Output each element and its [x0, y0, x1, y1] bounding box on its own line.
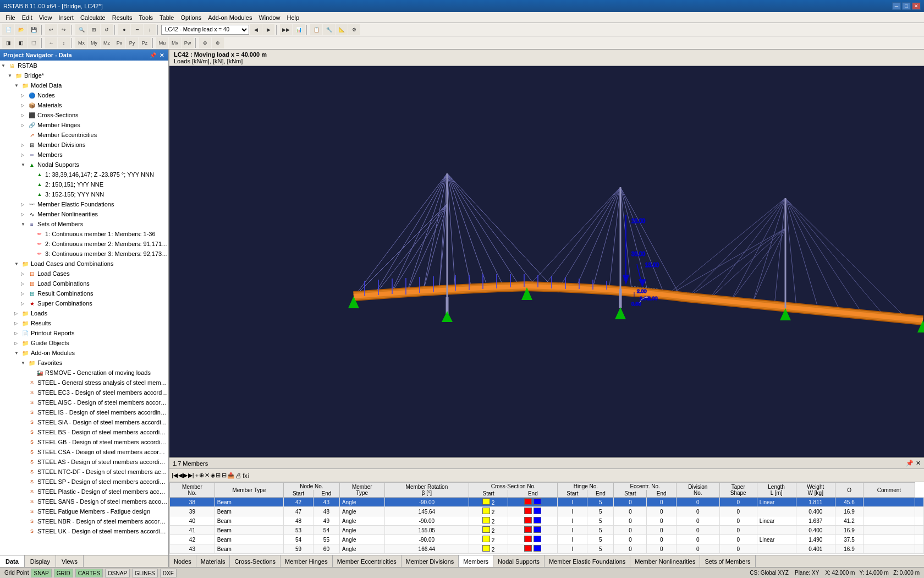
tree-support1[interactable]: ▲ 1: 38,39,146,147; Z -23.875 °; YYY NNN — [0, 170, 168, 179]
tree-steel13[interactable]: S STEEL SANS - Design of steel members a… — [0, 497, 168, 506]
tb2-btn16[interactable]: ⊗ — [212, 37, 224, 48]
menu-item-add-on-modules[interactable]: Add-on Modules — [205, 12, 255, 23]
tree-root[interactable]: ▼ 🖥 RSTAB — [0, 61, 168, 70]
col-o[interactable]: O — [835, 483, 864, 498]
member-btn[interactable]: ━ — [131, 24, 143, 35]
bt-select[interactable]: ◈ — [211, 472, 215, 479]
tree-super-combinations[interactable]: ▷ ★ Super Combinations — [0, 298, 168, 308]
tree-load-cases[interactable]: ▷ ⊟ Load Cases — [0, 269, 168, 279]
col-hinge-start[interactable]: Start — [558, 490, 587, 498]
tb2-btn6[interactable]: Mx — [75, 37, 87, 48]
col-hinge-no[interactable]: Hinge No. — [558, 483, 614, 490]
table-row[interactable]: 41 Beam 53 54 Angle 155.05 2 I 5 0 0 0 0… — [170, 526, 924, 535]
col-member-type[interactable]: Member Type — [215, 483, 283, 498]
nav-tree[interactable]: ▼ 🖥 RSTAB ▼ 📁 Bridge* ▼ 📁 Model Data ▷ 🔵… — [0, 61, 168, 555]
more-btn4[interactable]: ⚙ — [348, 24, 360, 35]
tree-support2[interactable]: ▲ 2: 150,151; YYY NNE — [0, 179, 168, 189]
tree-steel3[interactable]: S STEEL AISC - Design of steel members a… — [0, 397, 168, 407]
tb2-btn3[interactable]: ⬚ — [28, 37, 40, 48]
tree-set1[interactable]: ✏ 1: Continuous member 1: Members: 1-36 — [0, 229, 168, 239]
bottom-tab-member-elastic-foundations[interactable]: Member Elastic Foundations — [544, 555, 630, 567]
tb2-btn14[interactable]: Pw — [182, 37, 194, 48]
bt-info[interactable]: i — [248, 472, 249, 479]
tree-steel5[interactable]: S STEEL SIA - Design of steel members ac… — [0, 417, 168, 427]
tree-member-hinges[interactable]: ▷ 🔗 Member Hinges — [0, 120, 168, 130]
tree-steel10[interactable]: S STEEL NTC-DF - Design of steel members… — [0, 467, 168, 477]
col-node-end[interactable]: End — [313, 490, 339, 498]
tree-results[interactable]: ▷ 📁 Results — [0, 318, 168, 328]
col-node-no[interactable]: Node No. — [284, 483, 340, 490]
tb2-btn12[interactable]: Mu — [156, 37, 168, 48]
menu-item-window[interactable]: Window — [255, 12, 283, 23]
tb2-btn11[interactable]: Pz — [139, 37, 151, 48]
tb2-btn2[interactable]: ◧ — [15, 37, 27, 48]
col-hinge-end[interactable]: End — [587, 490, 614, 498]
status-dxf[interactable]: DXF — [160, 569, 177, 577]
tb2-btn4[interactable]: ↔ — [45, 37, 57, 48]
bottom-tab-member-divisions[interactable]: Member Divisions — [402, 555, 459, 567]
next-lc-btn[interactable]: ▶ — [262, 24, 274, 35]
tree-set2[interactable]: ✏ 2: Continuous member 2: Members: 91,17… — [0, 239, 168, 249]
col-weight[interactable]: WeightW [kg] — [796, 483, 835, 498]
tree-member-nonlinear[interactable]: ▷ ∿ Member Nonlinearities — [0, 209, 168, 219]
tree-set3[interactable]: ✏ 3: Continuous member 3: Members: 92,17… — [0, 249, 168, 259]
bottom-tab-member-hinges[interactable]: Member Hinges — [280, 555, 333, 567]
col-cs-no[interactable]: Cross-Section No. — [469, 483, 558, 490]
tree-materials[interactable]: ▷ 📦 Materials — [0, 100, 168, 110]
menu-item-options[interactable]: Options — [177, 12, 205, 23]
col-eccent-start[interactable]: Start — [614, 490, 647, 498]
table-row[interactable]: 39 Beam 47 48 Angle 145.64 2 I 5 0 0 0 0… — [170, 507, 924, 516]
bottom-tab-member-eccentricities[interactable]: Member Eccentricities — [333, 555, 402, 567]
tree-result-combinations[interactable]: ▷ ⊞ Result Combinations — [0, 288, 168, 298]
zoom-btn[interactable]: 🔍 — [75, 24, 87, 35]
bottom-tab-materials[interactable]: Materials — [196, 555, 230, 567]
bottom-tab-members[interactable]: Members — [459, 555, 493, 567]
save-btn[interactable]: 💾 — [28, 24, 40, 35]
menu-item-help[interactable]: Help — [284, 12, 303, 23]
lc-selector[interactable]: LC42 - Moving load x = 40 — [161, 25, 249, 35]
tree-rsmove[interactable]: 🚂 RSMOVE - Generation of moving loads — [0, 368, 168, 378]
bottom-tab-member-nonlinearities[interactable]: Member Nonlinearities — [630, 555, 700, 567]
bp-pin-btn[interactable]: 📌 — [906, 460, 914, 467]
bt-insert[interactable]: ⊕ — [199, 472, 204, 479]
bottom-tab-nodal-supports[interactable]: Nodal Supports — [493, 555, 544, 567]
bt-export[interactable]: 📤 — [227, 472, 235, 479]
status-osnap[interactable]: OSNAP — [105, 569, 130, 577]
redo-btn[interactable]: ↪ — [58, 24, 70, 35]
col-length[interactable]: LengthL [m] — [757, 483, 796, 498]
tree-guide[interactable]: ▷ 📁 Guide Objects — [0, 338, 168, 348]
tree-sets-of-members[interactable]: ▼ ≡ Sets of Members — [0, 219, 168, 229]
table-row[interactable]: 40 Beam 48 49 Angle -90.00 2 I 5 0 0 0 0… — [170, 516, 924, 526]
tb2-btn5[interactable]: ↕ — [58, 37, 70, 48]
tree-steel6[interactable]: S STEEL BS - Design of steel members acc… — [0, 427, 168, 437]
col-node-start[interactable]: Start — [284, 490, 314, 498]
col-eccent-end[interactable]: End — [647, 490, 676, 498]
bt-pick[interactable]: ⊞ — [216, 472, 221, 479]
tb2-btn1[interactable]: ◨ — [2, 37, 14, 48]
menu-item-tools[interactable]: Tools — [135, 12, 156, 23]
members-table-container[interactable]: MemberNo. Member Type Node No. MemberTyp… — [169, 482, 924, 555]
tree-bridge[interactable]: ▼ 📁 Bridge* — [0, 70, 168, 80]
tree-steel2[interactable]: S STEEL EC3 - Design of steel members ac… — [0, 388, 168, 397]
menu-item-file[interactable]: File — [2, 12, 19, 23]
menu-item-insert[interactable]: Insert — [55, 12, 77, 23]
col-cs-start[interactable]: Start — [469, 490, 508, 498]
menu-item-calculate[interactable]: Calculate — [77, 12, 109, 23]
open-btn[interactable]: 📂 — [15, 24, 27, 35]
table-row[interactable]: 38 Beam 42 43 Angle -90.00 2 I 5 0 0 0 0… — [170, 498, 924, 507]
tree-support3[interactable]: ▲ 3: 152-155; YYY NNN — [0, 189, 168, 199]
bt-formula[interactable]: fx — [243, 472, 248, 479]
tb2-btn13[interactable]: Mv — [169, 37, 181, 48]
col-eccent-no[interactable]: Eccentr. No. — [614, 483, 676, 490]
load-btn[interactable]: ↓ — [144, 24, 156, 35]
bt-delete[interactable]: ✕ — [205, 472, 210, 479]
tree-members[interactable]: ▷ ━ Members — [0, 150, 168, 160]
rotate-btn[interactable]: ↺ — [101, 24, 113, 35]
tb2-btn15[interactable]: ⊕ — [199, 37, 211, 48]
tb2-btn10[interactable]: Py — [126, 37, 138, 48]
bt-filter[interactable]: ⊟ — [222, 472, 227, 479]
bt-prev[interactable]: ◀ — [178, 472, 183, 479]
col-cs-end[interactable]: End — [508, 490, 558, 498]
undo-btn[interactable]: ↩ — [45, 24, 57, 35]
tree-steel1[interactable]: S STEEL - General stress analysis of ste… — [0, 378, 168, 388]
